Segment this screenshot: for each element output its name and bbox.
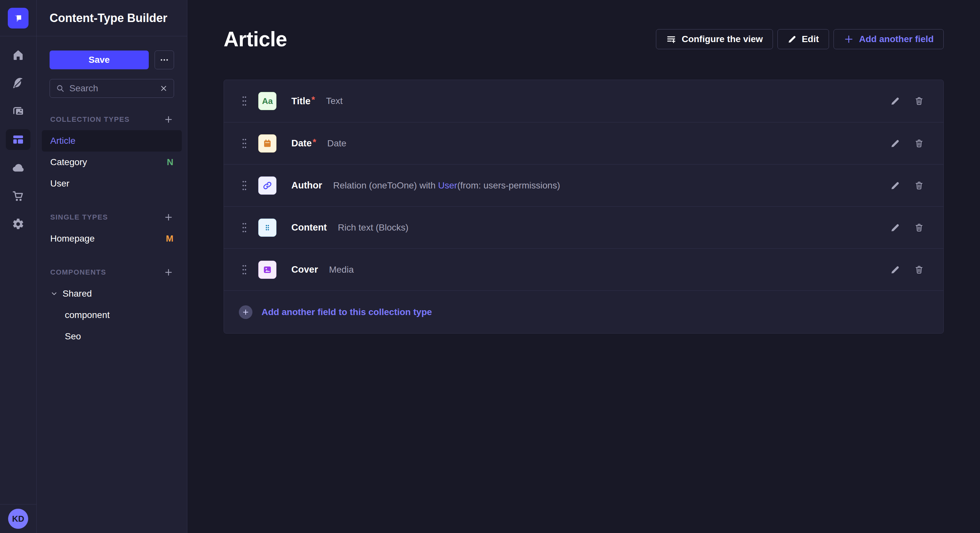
button-label: Edit [802, 34, 819, 44]
rail-item-home[interactable] [6, 45, 30, 65]
drag-handle[interactable] [242, 222, 247, 233]
plus-circle-icon [239, 305, 253, 319]
trash-icon [914, 96, 924, 106]
strapi-logo[interactable] [8, 8, 29, 29]
field-type: Date [327, 138, 347, 149]
field-type: Media [329, 265, 353, 275]
collection-types-header: COLLECTION TYPES [42, 115, 182, 124]
clear-search-button[interactable] [159, 84, 168, 93]
search-input[interactable] [69, 83, 155, 94]
rail-item-content-type-builder[interactable] [6, 129, 30, 150]
edit-field-button[interactable] [890, 265, 900, 274]
status-badge: N [167, 157, 173, 167]
row-actions [890, 223, 924, 233]
pencil-icon [890, 265, 900, 274]
trash-icon [914, 139, 924, 148]
rail-item-settings[interactable] [6, 214, 30, 235]
delete-field-button[interactable] [914, 96, 924, 106]
avatar-initials: KD [12, 514, 24, 524]
sidebar-item-seo[interactable]: Seo [42, 326, 182, 347]
fields-card: Aa Title * Text Date * [224, 80, 944, 333]
rail-item-media-library[interactable] [6, 101, 30, 122]
field-type: Text [326, 96, 342, 106]
trash-icon [914, 223, 924, 233]
sidebar-item-article[interactable]: Article [42, 130, 182, 152]
relation-suffix: (from: users-permissions) [457, 180, 560, 190]
drag-handle[interactable] [242, 95, 247, 106]
chevron-down-icon [50, 290, 58, 298]
search-box [49, 79, 174, 98]
sidebar-item-user[interactable]: User [42, 173, 182, 194]
field-name: Date [291, 138, 312, 149]
field-row-author: Author Relation (oneToOne) with User(fro… [224, 164, 943, 206]
status-badge: M [166, 233, 173, 244]
rail-footer: KD [0, 504, 36, 533]
plugin-sidebar: Content-Type Builder Save COLLECTION TYP… [37, 0, 187, 533]
more-options-button[interactable] [154, 51, 174, 69]
header-actions: Configure the view Edit Add another fiel… [656, 29, 944, 49]
item-label: Seo [65, 331, 81, 342]
delete-field-button[interactable] [914, 139, 924, 148]
sidebar-item-component[interactable]: component [42, 305, 182, 326]
ellipsis-icon [159, 55, 169, 65]
row-actions [890, 96, 924, 106]
feather-icon [12, 77, 25, 90]
content-type-builder-icon [12, 133, 25, 146]
date-field-icon [258, 134, 277, 152]
search-icon [56, 84, 65, 93]
delete-field-button[interactable] [914, 181, 924, 190]
trash-icon [914, 265, 924, 274]
edit-field-button[interactable] [890, 181, 900, 190]
sidebar-item-category[interactable]: Category N [42, 152, 182, 173]
text-field-icon: Aa [258, 92, 277, 110]
section-label: COMPONENTS [50, 268, 106, 276]
save-button[interactable]: Save [49, 51, 149, 69]
field-row-content: Content Rich text (Blocks) [224, 206, 943, 248]
pencil-icon [890, 181, 900, 190]
rail-item-marketplace[interactable] [6, 186, 30, 206]
rail-item-deploy[interactable] [6, 157, 30, 178]
button-label: Add another field [859, 34, 934, 44]
components-header: COMPONENTS [42, 268, 182, 277]
icon-rail: KD [0, 0, 37, 533]
add-field-row-button[interactable]: Add another field to this collection typ… [224, 290, 943, 333]
pencil-icon [890, 96, 900, 106]
item-label: Article [50, 136, 75, 146]
delete-field-button[interactable] [914, 265, 924, 274]
sidebar-item-homepage[interactable]: Homepage M [42, 228, 182, 249]
add-another-field-button[interactable]: Add another field [834, 29, 944, 49]
section-label: SINGLE TYPES [50, 213, 108, 222]
media-library-icon [12, 105, 25, 118]
edit-field-button[interactable] [890, 223, 900, 233]
delete-field-button[interactable] [914, 223, 924, 233]
relation-target-link[interactable]: User [438, 180, 457, 190]
drag-handle[interactable] [242, 264, 247, 275]
cloud-icon [12, 161, 25, 174]
required-mark: * [313, 137, 316, 148]
main-content: Article Configure the view Edit Add anot… [187, 0, 980, 533]
drag-handle[interactable] [242, 180, 247, 191]
edit-field-button[interactable] [890, 96, 900, 106]
rail-item-content-manager[interactable] [6, 73, 30, 94]
user-avatar[interactable]: KD [8, 509, 28, 529]
drag-handle[interactable] [242, 138, 247, 149]
add-single-type-button[interactable] [164, 213, 173, 222]
edit-field-button[interactable] [890, 139, 900, 148]
plus-icon [843, 34, 854, 44]
single-types-list: Homepage M [42, 228, 182, 249]
configure-view-button[interactable]: Configure the view [656, 29, 773, 49]
save-row: Save [49, 51, 174, 69]
item-label: Shared [62, 289, 92, 299]
sidebar-body: Save COLLECTION TYPES Article Category [37, 36, 187, 347]
plus-icon [164, 268, 173, 277]
plus-icon [164, 213, 173, 222]
item-label: Homepage [50, 233, 95, 244]
add-collection-type-button[interactable] [164, 115, 173, 124]
item-label: User [50, 178, 69, 189]
sidebar-item-shared-category[interactable]: Shared [42, 283, 182, 305]
edit-button[interactable]: Edit [778, 29, 829, 49]
add-component-button[interactable] [164, 268, 173, 277]
blocks-field-icon [258, 219, 277, 237]
list-plus-icon [666, 34, 676, 44]
item-label: Category [50, 157, 87, 167]
